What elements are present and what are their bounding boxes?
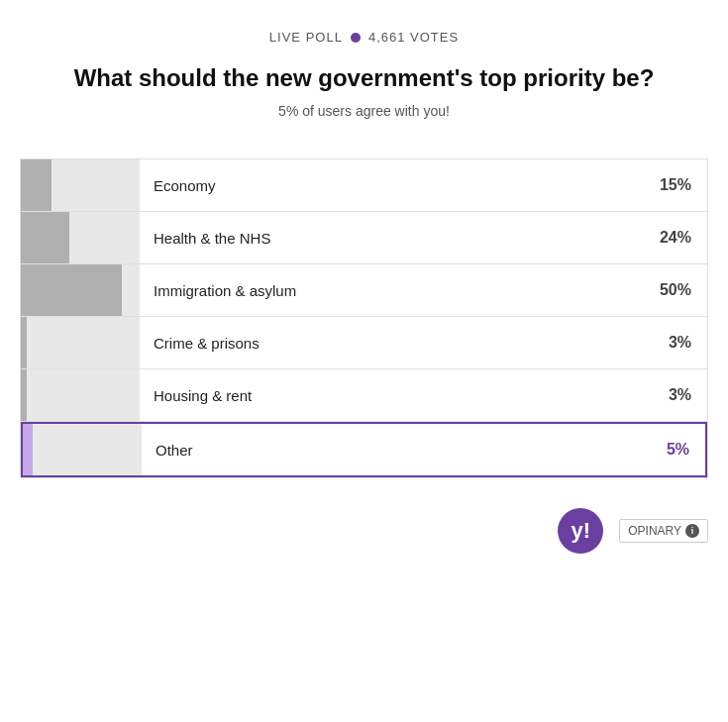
bar-fill-other	[23, 424, 33, 475]
bar-fill-housing	[21, 369, 27, 421]
poll-percent-economy: 15%	[644, 176, 707, 194]
info-icon[interactable]: i	[685, 524, 699, 538]
bar-fill-health	[21, 212, 69, 263]
poll-row-housing[interactable]: Housing & rent3%	[21, 369, 707, 422]
bar-bg-health	[21, 212, 140, 263]
poll-header: LIVE POLL 4,661 VOTES	[269, 30, 459, 45]
poll-question: What should the new government's top pri…	[74, 62, 655, 93]
bar-bg-economy	[21, 159, 140, 211]
poll-percent-other: 5%	[651, 441, 705, 459]
opinary-badge: OPINARY i	[619, 519, 708, 543]
poll-label-health: Health & the NHS	[140, 218, 644, 258]
poll-label-other: Other	[142, 430, 651, 470]
poll-percent-crime: 3%	[653, 334, 707, 352]
bar-bg-immigration	[21, 264, 140, 316]
bar-bg-crime	[21, 317, 140, 368]
bar-fill-economy	[21, 159, 52, 211]
poll-row-other[interactable]: Other5%	[21, 422, 707, 477]
live-dot	[351, 33, 361, 43]
poll-row-health[interactable]: Health & the NHS24%	[21, 212, 707, 264]
poll-percent-immigration: 50%	[644, 281, 707, 299]
poll-label-economy: Economy	[140, 165, 644, 206]
bar-fill-crime	[21, 317, 27, 368]
bar-fill-immigration	[21, 264, 122, 316]
opinary-label: OPINARY	[628, 524, 681, 538]
poll-row-immigration[interactable]: Immigration & asylum50%	[21, 264, 707, 317]
poll-row-economy[interactable]: Economy15%	[21, 159, 707, 212]
poll-subtitle: 5% of users agree with you!	[278, 103, 450, 119]
footer: y! OPINARY i	[20, 508, 708, 554]
poll-label-crime: Crime & prisons	[140, 323, 653, 363]
poll-options-container: Economy15%Health & the NHS24%Immigration…	[20, 158, 708, 478]
poll-percent-health: 24%	[644, 229, 707, 247]
yahoo-icon: y!	[571, 518, 590, 544]
poll-label-housing: Housing & rent	[140, 375, 653, 416]
poll-percent-housing: 3%	[653, 386, 707, 404]
bar-bg-other	[23, 424, 142, 475]
bar-bg-housing	[21, 369, 140, 421]
poll-label-immigration: Immigration & asylum	[140, 270, 644, 311]
live-poll-label: LIVE POLL	[269, 30, 343, 45]
yahoo-button[interactable]: y!	[558, 508, 603, 554]
votes-count: 4,661 VOTES	[368, 30, 459, 45]
poll-row-crime[interactable]: Crime & prisons3%	[21, 317, 707, 369]
